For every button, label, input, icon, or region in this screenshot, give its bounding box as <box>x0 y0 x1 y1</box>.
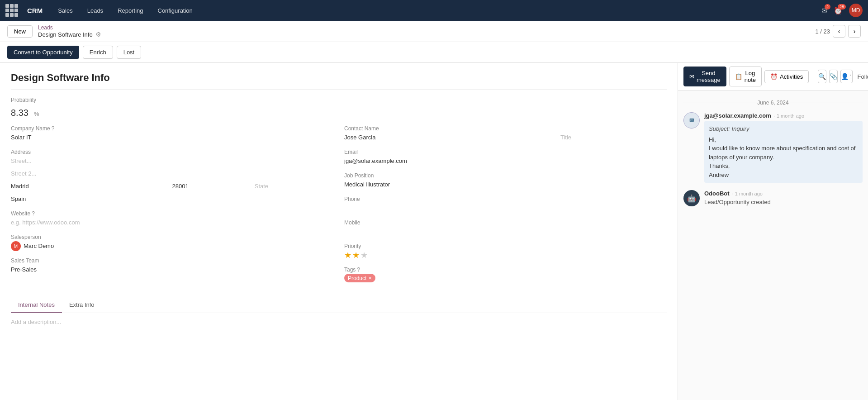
tab-extra-info[interactable]: Extra Info <box>62 298 102 313</box>
star-2[interactable]: ★ <box>352 250 360 260</box>
tab-internal-notes[interactable]: Internal Notes <box>11 298 62 313</box>
priority-label: Priority <box>344 243 667 249</box>
message-email-subject: Subject: Inquiry <box>709 124 858 133</box>
pagination-prev-button[interactable]: ‹ <box>833 25 845 38</box>
nav-item-leads[interactable]: Leads <box>85 5 106 16</box>
follow-button[interactable]: Follow <box>857 73 868 80</box>
title-input[interactable] <box>560 133 667 143</box>
website-group: Website ? <box>11 210 333 228</box>
priority-group: Priority ★ ★ ★ <box>344 243 667 260</box>
chatter-feed: June 6, 2024 ✉ jga@solar.example.com · 1… <box>678 90 868 400</box>
salesperson-label: Salesperson <box>11 234 333 240</box>
nav-item-sales[interactable]: Sales <box>55 5 76 16</box>
street-input[interactable] <box>11 156 333 166</box>
sales-team-label: Sales Team <box>11 257 333 264</box>
search-chatter-button[interactable]: 🔍 <box>818 70 826 83</box>
address-label: Address <box>11 149 333 155</box>
message-item-bot: 🤖 OdooBot · 1 month ago Lead/Opportunity… <box>683 190 863 206</box>
tags-label: Tags ? <box>344 267 667 273</box>
activity-badge: 28 <box>838 4 846 10</box>
contact-name-row <box>344 133 667 143</box>
nav-item-configuration[interactable]: Configuration <box>155 5 195 16</box>
priority-stars[interactable]: ★ ★ ★ <box>344 250 667 260</box>
date-separator: June 6, 2024 <box>683 100 863 106</box>
message-bot-time: · 1 month ago <box>732 191 763 196</box>
email-label: Email <box>344 149 667 155</box>
nav-brand[interactable]: CRM <box>27 7 43 14</box>
apps-menu-icon[interactable] <box>5 4 18 17</box>
activities-button[interactable]: ⏰ Activities <box>764 70 809 83</box>
mobile-input[interactable] <box>344 227 667 237</box>
probability-section: Probability 8.33 % <box>11 97 667 118</box>
company-name-label: Company Name ? <box>11 125 333 132</box>
city-zip-row <box>11 181 333 191</box>
nav-icons: ✉ 2 ⏰ 28 MD <box>821 4 863 17</box>
enrich-button[interactable]: Enrich <box>83 46 113 59</box>
website-help-icon: ? <box>32 210 35 217</box>
job-position-label: Job Position <box>344 172 667 179</box>
salesperson-group: Salesperson M <box>11 234 333 251</box>
activity-icon-btn[interactable]: ⏰ 28 <box>834 6 843 15</box>
tag-label: Product <box>348 275 366 281</box>
probability-value[interactable]: 8.33 <box>11 108 28 118</box>
zip-input[interactable] <box>172 181 251 191</box>
top-nav: CRM Sales Leads Reporting Configuration … <box>0 0 868 21</box>
chatter-panel: ✉ Send message 📋 Log note ⏰ Activities 🔍… <box>678 63 868 400</box>
message-email-header: jga@solar.example.com · 1 month ago <box>704 112 863 119</box>
lost-button[interactable]: Lost <box>117 46 142 59</box>
pagination-next-button[interactable]: › <box>848 25 861 38</box>
breadcrumb-parent[interactable]: Leads <box>38 24 101 31</box>
phone-group: Phone <box>344 196 667 213</box>
company-name-input[interactable] <box>11 133 333 143</box>
chat-badge: 2 <box>825 4 830 10</box>
message-bot-header: OdooBot · 1 month ago <box>704 190 863 197</box>
probability-row: Probability <box>11 97 667 103</box>
attachment-button[interactable]: 📎 <box>829 70 838 83</box>
job-position-group: Job Position <box>344 172 667 190</box>
contact-name-label: Contact Name <box>344 125 667 132</box>
convert-to-opportunity-button[interactable]: Convert to Opportunity <box>7 46 79 59</box>
company-name-help-icon: ? <box>52 125 55 132</box>
chatter-actions: ✉ Send message 📋 Log note ⏰ Activities 🔍… <box>678 63 868 90</box>
contact-name-input[interactable] <box>344 133 557 143</box>
tags-group: Tags ? Product × <box>344 267 667 282</box>
star-3[interactable]: ★ <box>360 250 368 260</box>
sales-team-input[interactable] <box>11 265 333 275</box>
job-position-input[interactable] <box>344 180 667 190</box>
record-title[interactable]: Design Software Info <box>11 72 667 90</box>
message-item-email: ✉ jga@solar.example.com · 1 month ago Su… <box>683 112 863 183</box>
description-area[interactable]: Add a description... <box>11 313 667 331</box>
user-avatar[interactable]: MD <box>849 4 863 17</box>
send-message-button[interactable]: ✉ Send message <box>683 67 726 86</box>
state-input[interactable] <box>255 181 333 191</box>
street2-input[interactable] <box>11 169 333 179</box>
email-group: Email <box>344 149 667 166</box>
star-1[interactable]: ★ <box>344 250 351 260</box>
city-input[interactable] <box>11 181 169 191</box>
address-fields <box>11 156 333 204</box>
message-email-content: Subject: Inquiry Hi, I would like to kno… <box>704 121 863 183</box>
tabs-bar: Internal Notes Extra Info <box>11 298 667 313</box>
form-right-col: Contact Name Email Job Position Phone <box>344 125 667 289</box>
followers-count: 1 <box>849 74 852 79</box>
mobile-label: Mobile <box>344 219 667 226</box>
action-bar: Convert to Opportunity Enrich Lost <box>0 42 868 63</box>
log-note-button[interactable]: 📋 Log note <box>729 67 762 86</box>
country-input[interactable] <box>11 194 333 204</box>
tag-remove-icon[interactable]: × <box>368 275 372 281</box>
new-button[interactable]: New <box>7 25 33 38</box>
company-name-group: Company Name ? <box>11 125 333 143</box>
phone-input[interactable] <box>344 203 667 213</box>
message-email-time: · 1 month ago <box>774 113 804 119</box>
breadcrumb: Leads Design Software Info ⚙ <box>38 24 101 38</box>
nav-item-reporting[interactable]: Reporting <box>115 5 146 16</box>
chat-icon-btn[interactable]: ✉ 2 <box>821 6 827 15</box>
probability-value-row: 8.33 % <box>11 108 667 118</box>
followers-button[interactable]: 👤 1 <box>840 70 853 83</box>
website-input[interactable] <box>11 218 333 228</box>
salesperson-input[interactable] <box>24 241 100 251</box>
message-email-body: jga@solar.example.com · 1 month ago Subj… <box>704 112 863 183</box>
form-two-col: Company Name ? Address <box>11 125 667 289</box>
email-input[interactable] <box>344 156 667 166</box>
settings-gear-icon[interactable]: ⚙ <box>95 31 101 38</box>
